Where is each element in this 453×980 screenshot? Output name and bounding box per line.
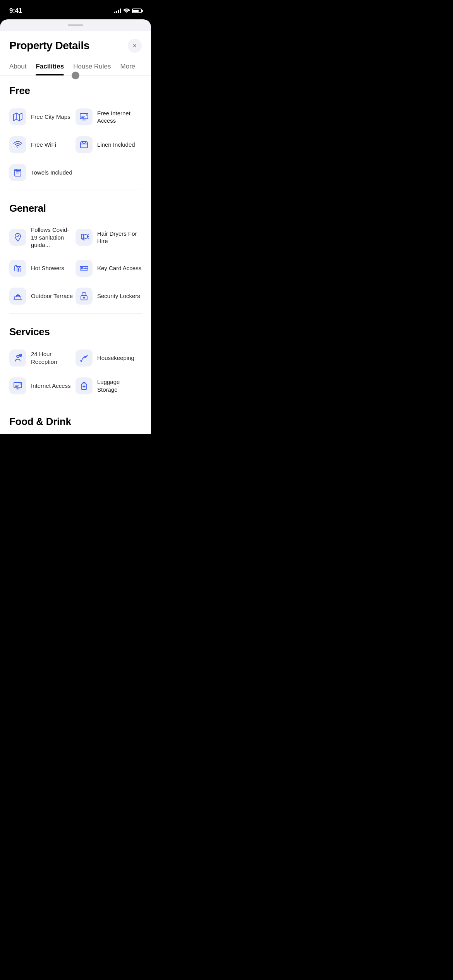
facility-key-card: Key Card Access [76, 254, 142, 282]
section-title-free: Free [9, 75, 142, 103]
modal-title: Property Details [9, 39, 89, 52]
linen-icon-wrap [76, 136, 93, 153]
divider-general-services [9, 313, 142, 314]
facility-label-security-lockers: Security Lockers [97, 292, 140, 300]
close-icon: × [133, 42, 137, 50]
modal-sheet: Property Details × About Facilities Hous… [0, 31, 151, 434]
svg-line-10 [88, 235, 88, 235]
covid-icon-wrap [9, 229, 26, 246]
sheet-handle-area [0, 19, 151, 31]
facility-covid: Follows Covid-19 sanitation guida... [9, 221, 76, 254]
linen-icon [79, 140, 89, 149]
luggage-icon-wrap [76, 377, 93, 394]
status-time: 9:41 [9, 7, 22, 15]
svg-point-31 [87, 355, 88, 356]
facility-label-free-internet: Free Internet Access [97, 110, 142, 125]
wifi-facility-icon [13, 140, 22, 149]
map-icon-wrap [9, 108, 26, 125]
svg-rect-8 [15, 169, 21, 176]
section-title-services: Services [9, 317, 142, 344]
facility-label-free-wifi: Free WiFi [31, 141, 56, 149]
facility-free-city-maps: Free City Maps [9, 103, 76, 131]
section-title-general: General [9, 193, 142, 221]
facility-internet-access: Internet Access [9, 372, 76, 400]
shower-icon-wrap [9, 260, 26, 277]
facility-label-hot-showers: Hot Showers [31, 264, 64, 272]
keycard-icon-wrap [76, 260, 93, 277]
facility-housekeeping: Housekeeping [76, 344, 142, 372]
reception-icon-wrap [9, 350, 26, 367]
svg-point-7 [17, 147, 18, 148]
services-facilities-grid: 24 Hour Reception Housekeeping [9, 344, 142, 400]
internet-access-icon [13, 381, 22, 391]
divider-services-food [9, 403, 142, 403]
hairdryer-icon [79, 233, 89, 242]
facility-label-internet-access: Internet Access [31, 382, 71, 390]
facility-luggage: Luggage Storage [76, 372, 142, 400]
facility-label-reception: 24 Hour Reception [31, 350, 76, 365]
facility-linen: Linen Included [76, 131, 142, 159]
tab-house-rules[interactable]: House Rules [73, 59, 111, 75]
sheet-handle [68, 24, 83, 26]
general-facilities-grid: Follows Covid-19 sanitation guida... Hai… [9, 221, 142, 310]
keycard-icon [79, 264, 89, 273]
tab-more[interactable]: More [120, 59, 136, 75]
tab-about[interactable]: About [9, 59, 26, 75]
svg-point-33 [20, 383, 21, 384]
tab-facilities[interactable]: Facilities [36, 59, 64, 75]
facility-label-key-card: Key Card Access [97, 264, 141, 272]
facility-label-luggage: Luggage Storage [97, 378, 142, 393]
map-icon [13, 112, 22, 122]
towels-icon [13, 168, 22, 177]
main-content: Free Free City Maps [0, 75, 151, 434]
facility-hair-dryers: Hair Dryers For Hire [76, 221, 142, 254]
locker-icon [79, 291, 89, 301]
facility-reception: 24 Hour Reception [9, 344, 76, 372]
facility-hot-showers: Hot Showers [9, 254, 76, 282]
internet-access-icon-wrap [9, 377, 26, 394]
svg-point-9 [84, 235, 88, 238]
free-facilities-grid: Free City Maps Free Internet Access [9, 103, 142, 187]
close-button[interactable]: × [128, 39, 142, 53]
terrace-icon [13, 291, 22, 301]
svg-point-27 [17, 355, 19, 358]
housekeeping-icon [79, 353, 89, 363]
facility-label-covid: Follows Covid-19 sanitation guida... [31, 226, 76, 249]
status-icons [114, 9, 142, 13]
towels-icon-wrap [9, 164, 26, 181]
internet-icon-wrap [76, 108, 93, 125]
svg-rect-24 [81, 296, 87, 300]
wifi-icon-wrap [9, 136, 26, 153]
divider-free-general [9, 190, 142, 190]
luggage-icon [79, 381, 89, 391]
covid-icon [13, 233, 22, 242]
facility-free-internet: Free Internet Access [76, 103, 142, 131]
reception-icon [13, 353, 22, 363]
internet-icon [79, 112, 89, 122]
facility-label-outdoor-terrace: Outdoor Terrace [31, 292, 73, 300]
modal-header: Property Details × [0, 31, 151, 59]
scroll-drag-indicator [72, 72, 79, 79]
signal-icon [114, 9, 121, 13]
facility-security-lockers: Security Lockers [76, 282, 142, 310]
facility-free-wifi: Free WiFi [9, 131, 76, 159]
svg-point-14 [81, 267, 83, 269]
battery-icon [132, 9, 142, 13]
housekeeping-icon-wrap [76, 350, 93, 367]
facility-outdoor-terrace: Outdoor Terrace [9, 282, 76, 310]
svg-line-12 [88, 238, 88, 238]
wifi-status-icon [124, 9, 130, 13]
facility-label-housekeeping: Housekeeping [97, 354, 134, 362]
hairdryer-icon-wrap [76, 229, 93, 246]
facility-towels: Towels Included [9, 159, 76, 187]
svg-marker-0 [14, 113, 22, 121]
facility-label-towels: Towels Included [31, 169, 72, 176]
terrace-icon-wrap [9, 288, 26, 305]
facility-label-hair-dryers: Hair Dryers For Hire [97, 230, 142, 245]
facility-label-linen: Linen Included [97, 141, 135, 149]
svg-point-4 [86, 115, 87, 116]
section-title-food-drink: Food & Drink [9, 406, 142, 434]
locker-icon-wrap [76, 288, 93, 305]
status-bar: 9:41 [0, 0, 151, 19]
facility-label-free-city-maps: Free City Maps [31, 113, 70, 121]
